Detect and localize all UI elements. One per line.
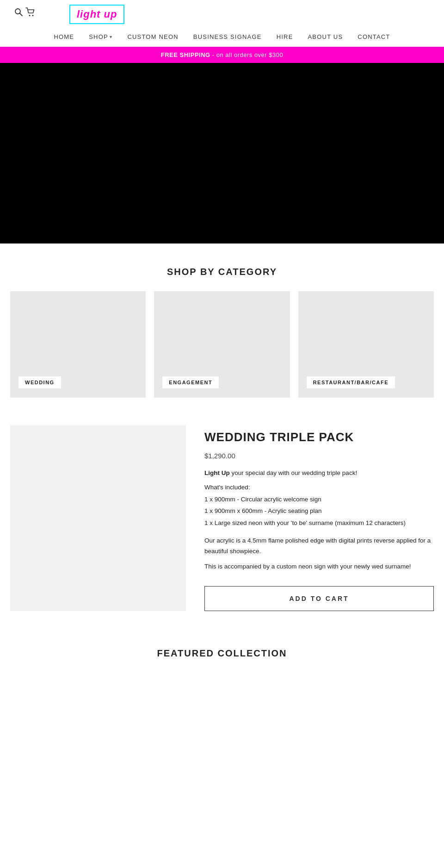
nav-business-signage[interactable]: BUSINESS SIGNAGE (193, 33, 262, 40)
product-intro-rest: your special day with our wedding triple… (230, 469, 357, 476)
product-extra-2: This is accompanied by a custom neon sig… (204, 562, 434, 572)
product-brand-bold: Light Up (204, 469, 230, 476)
category-wedding-label: WEDDING (18, 376, 61, 388)
add-to-cart-button[interactable]: ADD TO CART (204, 586, 434, 611)
category-engagement[interactable]: ENGAGEMENT (154, 291, 290, 398)
cart-icon[interactable] (25, 7, 36, 19)
hero-image (0, 63, 444, 244)
promo-bar: FREE SHIPPING - on all orders over $300 (0, 47, 444, 63)
nav-custom-neon[interactable]: CUSTOM NEON (127, 33, 178, 40)
nav-home[interactable]: HOME (54, 33, 74, 40)
shop-by-category-title: SHOP BY CATEGORY (0, 267, 444, 277)
chevron-down-icon: ▾ (110, 34, 113, 39)
category-engagement-label: ENGAGEMENT (162, 376, 219, 388)
svg-point-3 (32, 15, 34, 16)
header: light up (0, 0, 444, 29)
category-wedding[interactable]: WEDDING (10, 291, 146, 398)
nav-shop-link[interactable]: SHOP (89, 33, 108, 40)
category-restaurant-label: RESTAURANT/BAR/CAFE (307, 376, 395, 388)
svg-point-2 (29, 15, 31, 16)
main-nav: HOME SHOP ▾ CUSTOM NEON BUSINESS SIGNAGE… (0, 29, 444, 47)
svg-line-1 (20, 13, 23, 16)
product-whats-included: What's included: 1 x 900mm - Circular ac… (204, 481, 434, 529)
logo-text: light up (77, 8, 117, 20)
product-image (10, 425, 186, 611)
category-list: WEDDING ENGAGEMENT RESTAURANT/BAR/CAFE (0, 291, 444, 398)
product-item-1: 1 x 900mm - Circular acrylic welcome sig… (204, 493, 434, 506)
product-item-3: 1 x Large sized neon with your 'to be' s… (204, 517, 434, 529)
promo-rest: - on all orders over $300 (210, 51, 284, 58)
product-title: WEDDING TRIPLE PACK (204, 430, 434, 444)
nav-shop[interactable]: SHOP ▾ (89, 33, 112, 40)
search-icon[interactable] (14, 7, 23, 19)
product-section: WEDDING TRIPLE PACK $1,290.00 Light Up y… (0, 425, 444, 611)
product-info: WEDDING TRIPLE PACK $1,290.00 Light Up y… (204, 425, 434, 611)
nav-about-us[interactable]: ABOUT US (308, 33, 343, 40)
product-description-intro: Light Up your special day with our weddi… (204, 468, 434, 479)
category-restaurant[interactable]: RESTAURANT/BAR/CAFE (298, 291, 434, 398)
logo[interactable]: light up (69, 5, 124, 24)
featured-section: FEATURED COLLECTION (0, 648, 444, 700)
whats-included-label: What's included: (204, 481, 434, 493)
nav-contact[interactable]: CONTACT (358, 33, 390, 40)
product-price: $1,290.00 (204, 452, 434, 460)
product-extra-1: Our acrylic is a 4.5mm flame polished ed… (204, 536, 434, 557)
product-item-2: 1 x 900mm x 600mm - Acrylic seating plan (204, 505, 434, 517)
promo-bold: FREE SHIPPING (161, 51, 210, 58)
featured-collection-title: FEATURED COLLECTION (10, 648, 434, 659)
nav-hire[interactable]: HIRE (277, 33, 293, 40)
